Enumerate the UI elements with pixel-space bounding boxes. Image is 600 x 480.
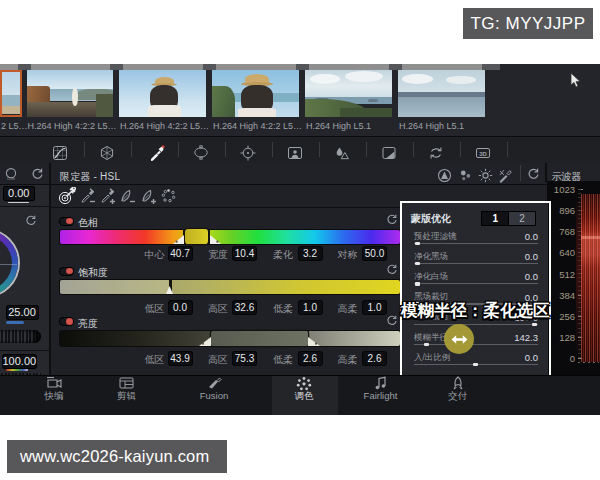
svg-text:LOG: LOG [7,177,15,181]
svg-text:3D: 3D [479,150,487,156]
